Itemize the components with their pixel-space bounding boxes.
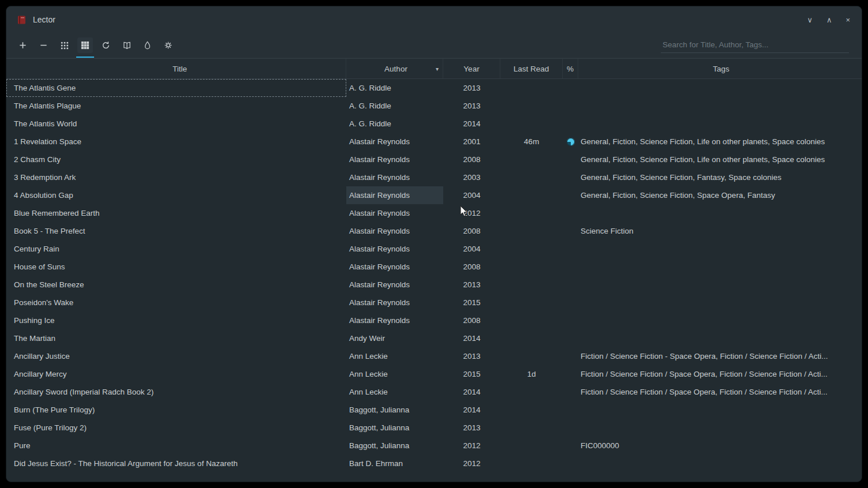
cell-tags: General, Fiction, Science Fiction, Fanta…	[578, 168, 862, 186]
table-row[interactable]: Ancillary JusticeAnn Leckie2013Fiction /…	[6, 347, 862, 365]
minus-icon	[39, 41, 48, 50]
table-row[interactable]: Poseidon's WakeAlastair Reynolds2015	[6, 294, 862, 311]
delete-book-button[interactable]	[36, 37, 51, 53]
shade-icon[interactable]: ∨	[806, 15, 814, 25]
cell-author: Alastair Reynolds	[346, 204, 443, 222]
column-header-tags[interactable]: Tags	[578, 59, 862, 78]
cell-progress	[563, 222, 578, 240]
table-row[interactable]: The Atlantis GeneA. G. Riddle2013	[6, 79, 862, 97]
cell-progress	[563, 419, 578, 437]
cell-progress	[563, 294, 578, 311]
droplet-icon	[144, 41, 151, 50]
cell-tags	[578, 115, 862, 133]
table-row[interactable]: 3 Redemption ArkAlastair Reynolds2003Gen…	[6, 168, 862, 186]
progress-pie-icon	[567, 138, 575, 146]
window-controls: ∨ ∧ ×	[806, 6, 851, 33]
cell-tags	[578, 276, 862, 294]
cell-tags: Fiction / Science Fiction - Space Opera,…	[578, 347, 862, 365]
table-row[interactable]: Book 5 - The PrefectAlastair Reynolds200…	[6, 222, 862, 240]
add-books-button[interactable]	[15, 37, 31, 53]
library-table: Title Author ▾ Year Last Read % Tags The…	[6, 58, 862, 482]
column-header-year[interactable]: Year	[443, 59, 500, 78]
cell-last-read	[500, 258, 563, 276]
cell-tags	[578, 419, 862, 437]
cell-last-read	[500, 401, 563, 419]
settings-button[interactable]	[160, 37, 176, 53]
cell-tags	[578, 97, 862, 115]
cell-year: 2004	[443, 186, 500, 204]
reload-library-button[interactable]	[98, 37, 114, 53]
table-row[interactable]: House of SunsAlastair Reynolds2008	[6, 258, 862, 276]
cell-tags: FIC000000	[578, 437, 862, 455]
titlebar[interactable]: Lector ∨ ∧ ×	[6, 6, 862, 33]
cell-last-read	[500, 115, 563, 133]
cell-year: 2012	[443, 437, 500, 455]
cell-author: Alastair Reynolds	[346, 151, 443, 168]
cell-tags	[578, 79, 862, 97]
table-row[interactable]: The Atlantis WorldA. G. Riddle2014	[6, 115, 862, 133]
cell-year: 2008	[443, 258, 500, 276]
window-title: Lector	[33, 15, 55, 24]
cell-progress	[563, 258, 578, 276]
cell-tags	[578, 258, 862, 276]
column-header-percent[interactable]: %	[563, 59, 578, 78]
close-icon[interactable]: ×	[844, 15, 851, 25]
cell-year: 2012	[443, 204, 500, 222]
column-header-last-read[interactable]: Last Read	[500, 59, 563, 78]
cell-title: Pushing Ice	[6, 311, 346, 329]
table-row[interactable]: On the Steel BreezeAlastair Reynolds2013	[6, 276, 862, 294]
cell-progress	[563, 115, 578, 133]
cell-progress	[563, 186, 578, 204]
cell-last-read	[500, 186, 563, 204]
cell-tags: Fiction / Science Fiction / Space Opera,…	[578, 383, 862, 401]
table-row[interactable]: Did Jesus Exist? - The Historical Argume…	[6, 455, 862, 472]
list-view-button[interactable]	[57, 37, 72, 53]
plus-icon	[18, 41, 27, 50]
table-row[interactable]: Blue Remembered EarthAlastair Reynolds20…	[6, 204, 862, 222]
table-row[interactable]: 2 Chasm CityAlastair Reynolds2008General…	[6, 151, 862, 168]
cell-year: 2004	[443, 240, 500, 258]
cell-progress	[563, 133, 578, 151]
app-window: Lector ∨ ∧ ×	[6, 6, 862, 482]
column-header-title[interactable]: Title	[6, 59, 346, 78]
table-row[interactable]: Century RainAlastair Reynolds2004	[6, 240, 862, 258]
cell-author: Alastair Reynolds	[346, 258, 443, 276]
cell-title: 2 Chasm City	[6, 151, 346, 168]
table-row[interactable]: The Atlantis PlagueA. G. Riddle2013	[6, 97, 862, 115]
cell-title: Book 5 - The Prefect	[6, 222, 346, 240]
cell-title: House of Suns	[6, 258, 346, 276]
table-row[interactable]: PureBaggott, Julianna2012FIC000000	[6, 437, 862, 455]
table-row[interactable]: 1 Revelation SpaceAlastair Reynolds20014…	[6, 133, 862, 151]
table-row[interactable]: The MartianAndy Weir2014	[6, 329, 862, 347]
cell-last-read	[500, 168, 563, 186]
cell-title: The Atlantis World	[6, 115, 346, 133]
table-row[interactable]: Ancillary Sword (Imperial Radch Book 2)A…	[6, 383, 862, 401]
column-header-author[interactable]: Author ▾	[346, 59, 443, 78]
table-row[interactable]: Fuse (Pure Trilogy 2)Baggott, Julianna20…	[6, 419, 862, 437]
cell-year: 2013	[443, 347, 500, 365]
table-row[interactable]: 4 Absolution GapAlastair Reynolds2004Gen…	[6, 186, 862, 204]
cell-last-read: 1d	[500, 365, 563, 383]
cell-progress	[563, 240, 578, 258]
maximize-icon[interactable]: ∧	[825, 15, 833, 25]
cell-year: 2014	[443, 115, 500, 133]
cell-title: Ancillary Justice	[6, 347, 346, 365]
table-row[interactable]: Ancillary MercyAnn Leckie20151dFiction /…	[6, 365, 862, 383]
cell-title: Century Rain	[6, 240, 346, 258]
distraction-free-button[interactable]	[140, 37, 155, 53]
cell-last-read	[500, 294, 563, 311]
cell-progress	[563, 168, 578, 186]
cell-year: 2001	[443, 133, 500, 151]
cell-tags: General, Fiction, Science Fiction, Life …	[578, 151, 862, 168]
cell-last-read	[500, 311, 563, 329]
cell-progress	[563, 329, 578, 347]
cell-tags	[578, 311, 862, 329]
cell-author: A. G. Riddle	[346, 115, 443, 133]
library-button[interactable]	[119, 37, 134, 53]
refresh-icon	[102, 41, 110, 50]
table-row[interactable]: Burn (The Pure Trilogy)Baggott, Julianna…	[6, 401, 862, 419]
search-input[interactable]	[661, 37, 849, 53]
table-row[interactable]: Pushing IceAlastair Reynolds2008	[6, 311, 862, 329]
cell-author: Andy Weir	[346, 329, 443, 347]
table-view-button[interactable]	[77, 37, 93, 53]
